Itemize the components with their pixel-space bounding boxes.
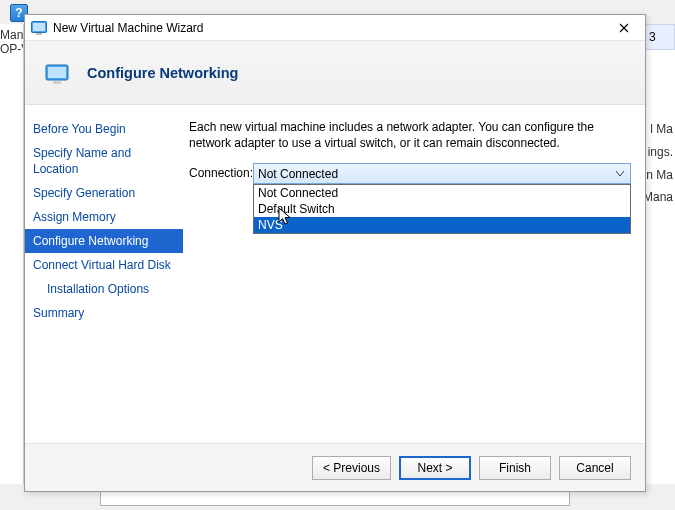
bg-text: OP-V — [0, 42, 23, 56]
hyperv-icon — [45, 62, 69, 86]
wizard-step-item[interactable]: Summary — [25, 301, 183, 325]
wizard-nav: Before You BeginSpecify Name and Locatio… — [25, 105, 183, 443]
bg-text: n Ma — [646, 168, 673, 182]
cancel-button[interactable]: Cancel — [559, 456, 631, 480]
svg-rect-1 — [33, 23, 45, 31]
chevron-down-icon — [614, 167, 626, 181]
bg-text: l Ma — [650, 122, 673, 136]
app-icon — [31, 20, 47, 36]
dropdown-option[interactable]: NVS — [254, 217, 630, 233]
bg-text: Mana — [643, 190, 673, 204]
dropdown-option[interactable]: Default Switch — [254, 201, 630, 217]
wizard-header: Configure Networking — [25, 41, 645, 105]
svg-rect-5 — [53, 81, 61, 84]
next-button[interactable]: Next > — [399, 456, 471, 480]
connection-row: Connection: Not Connected Not ConnectedD… — [189, 163, 631, 184]
bg-text: Manag — [0, 28, 23, 42]
wizard-step-item[interactable]: Configure Networking — [25, 229, 183, 253]
wizard-step-item[interactable]: Before You Begin — [25, 117, 183, 141]
dropdown-option[interactable]: Not Connected — [254, 185, 630, 201]
background-right-panel — [645, 24, 675, 484]
wizard-step-item[interactable]: Connect Virtual Hard Disk — [25, 253, 183, 277]
connection-combobox[interactable]: Not Connected — [253, 163, 631, 184]
wizard-step-item[interactable]: Installation Options — [25, 277, 183, 301]
bg-text: ings. — [648, 145, 673, 159]
wizard-content: Each new virtual machine includes a netw… — [183, 105, 645, 443]
close-button[interactable] — [607, 17, 641, 39]
svg-rect-4 — [48, 67, 66, 78]
window-title: New Virtual Machine Wizard — [53, 21, 607, 35]
connection-dropdown[interactable]: Not ConnectedDefault SwitchNVS — [253, 184, 631, 234]
connection-selected-value: Not Connected — [258, 167, 338, 181]
wizard-step-item[interactable]: Specify Name and Location — [25, 141, 183, 181]
svg-rect-2 — [36, 33, 42, 35]
titlebar: New Virtual Machine Wizard — [25, 15, 645, 41]
connection-combo-wrap: Not Connected Not ConnectedDefault Switc… — [253, 163, 631, 184]
wizard-step-item[interactable]: Assign Memory — [25, 205, 183, 229]
background-right-tab: 3 — [645, 24, 675, 50]
wizard-dialog: New Virtual Machine Wizard Configure Net… — [24, 14, 646, 492]
wizard-step-item[interactable]: Specify Generation — [25, 181, 183, 205]
finish-button[interactable]: Finish — [479, 456, 551, 480]
wizard-body: Before You BeginSpecify Name and Locatio… — [25, 105, 645, 443]
wizard-footer: < Previous Next > Finish Cancel — [25, 443, 645, 491]
background-left-panel: Manag OP-V — [0, 24, 24, 484]
previous-button[interactable]: < Previous — [312, 456, 391, 480]
page-title: Configure Networking — [87, 65, 238, 81]
description-text: Each new virtual machine includes a netw… — [189, 119, 631, 151]
connection-label: Connection: — [189, 163, 253, 180]
